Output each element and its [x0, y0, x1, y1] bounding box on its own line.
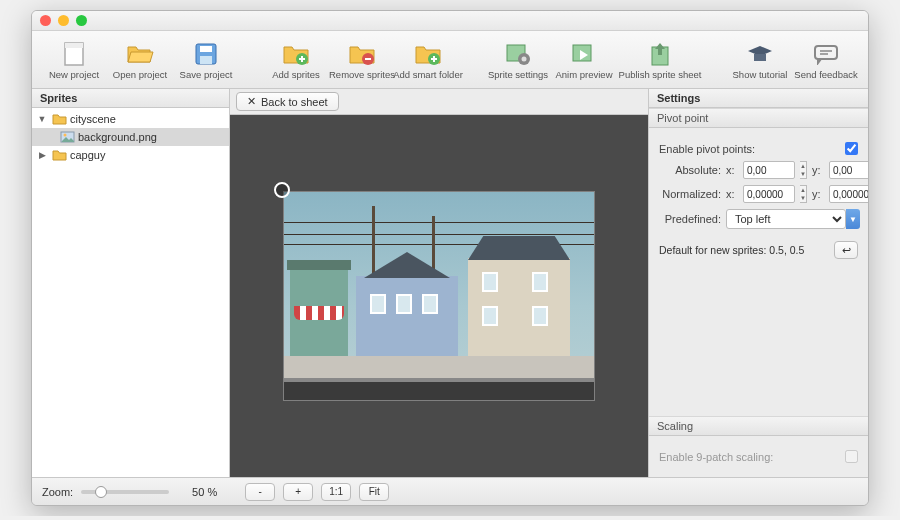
- add-sprites-button[interactable]: Add sprites: [264, 37, 328, 83]
- disclosure-triangle-icon[interactable]: ▶: [36, 150, 48, 160]
- predefined-label: Predefined:: [659, 213, 721, 225]
- tree-item-capguy[interactable]: ▶ capguy: [32, 146, 229, 164]
- add-smart-folder-button[interactable]: Add smart folder: [396, 37, 460, 83]
- smart-folder-icon: [414, 40, 442, 68]
- show-tutorial-label: Show tutorial: [733, 69, 788, 80]
- new-project-button[interactable]: New project: [42, 37, 106, 83]
- svg-rect-1: [65, 43, 83, 48]
- reset-pivot-button[interactable]: ↩: [834, 241, 858, 259]
- tutorial-icon: [746, 40, 774, 68]
- default-pivot-label: Default for new sprites: 0.5, 0.5: [659, 244, 829, 256]
- save-icon: [192, 40, 220, 68]
- status-bar: Zoom: 50 % - + 1:1 Fit: [32, 477, 868, 505]
- x-label: x:: [726, 188, 738, 200]
- sprite-canvas[interactable]: [230, 115, 648, 477]
- reset-icon: ↩: [842, 244, 851, 257]
- disclosure-triangle-icon[interactable]: ▼: [36, 114, 48, 124]
- open-project-label: Open project: [113, 69, 167, 80]
- y-label: y:: [812, 188, 824, 200]
- sprite-settings-icon: [504, 40, 532, 68]
- publish-icon: [646, 40, 674, 68]
- predefined-select[interactable]: Top left: [726, 209, 846, 229]
- minimize-window-button[interactable]: [58, 15, 69, 26]
- remove-sprites-label: Remove sprites: [329, 69, 395, 80]
- add-sprites-label: Add sprites: [272, 69, 320, 80]
- sprites-sidebar: Sprites ▼ cityscene background.png ▶ cap…: [32, 89, 230, 477]
- normalized-label: Normalized:: [659, 188, 721, 200]
- scaling-section-header: Scaling: [649, 416, 868, 436]
- close-x-icon: ✕: [247, 95, 256, 108]
- dropdown-arrow-icon[interactable]: ▼: [846, 209, 860, 229]
- svg-rect-3: [200, 46, 212, 52]
- svg-rect-13: [754, 54, 766, 61]
- send-feedback-label: Send feedback: [794, 69, 857, 80]
- svg-rect-14: [815, 46, 837, 59]
- sprites-panel-title: Sprites: [32, 89, 229, 108]
- pivot-point-marker[interactable]: [274, 182, 290, 198]
- stepper[interactable]: ▲▼: [800, 161, 807, 179]
- remove-sprites-icon: [348, 40, 376, 68]
- feedback-icon: [812, 40, 840, 68]
- svg-rect-4: [200, 56, 212, 64]
- zoom-label: Zoom:: [42, 486, 73, 498]
- canvas-toolbar: ✕ Back to sheet: [230, 89, 648, 115]
- zoom-fit-button[interactable]: Fit: [359, 483, 389, 501]
- folder-icon: [51, 148, 67, 162]
- save-project-label: Save project: [180, 69, 233, 80]
- enable-9patch-checkbox[interactable]: [845, 450, 858, 463]
- close-window-button[interactable]: [40, 15, 51, 26]
- sprite-settings-label: Sprite settings: [488, 69, 548, 80]
- zoom-value: 50 %: [177, 486, 217, 498]
- normalized-x-input[interactable]: [743, 185, 795, 203]
- anim-preview-label: Anim preview: [555, 69, 612, 80]
- zoom-actual-button[interactable]: 1:1: [321, 483, 351, 501]
- absolute-y-input[interactable]: [829, 161, 869, 179]
- canvas-panel: ✕ Back to sheet: [230, 89, 648, 477]
- image-file-icon: [59, 130, 75, 144]
- enable-pivot-label: Enable pivot points:: [659, 143, 840, 155]
- main-toolbar: New project Open project Save project Ad…: [32, 31, 868, 89]
- app-window: New project Open project Save project Ad…: [31, 10, 869, 506]
- open-project-button[interactable]: Open project: [108, 37, 172, 83]
- y-label: y:: [812, 164, 824, 176]
- enable-9patch-label: Enable 9-patch scaling:: [659, 451, 840, 463]
- settings-panel: Settings Pivot point Enable pivot points…: [648, 89, 868, 477]
- back-to-sheet-button[interactable]: ✕ Back to sheet: [236, 92, 339, 111]
- zoom-out-button[interactable]: -: [245, 483, 275, 501]
- sprite-preview-image: [284, 192, 594, 400]
- enable-pivot-checkbox[interactable]: [845, 142, 858, 155]
- absolute-label: Absolute:: [659, 164, 721, 176]
- maximize-window-button[interactable]: [76, 15, 87, 26]
- x-label: x:: [726, 164, 738, 176]
- publish-button[interactable]: Publish sprite sheet: [618, 37, 702, 83]
- anim-preview-button[interactable]: Anim preview: [552, 37, 616, 83]
- folder-open-icon: [126, 40, 154, 68]
- anim-preview-icon: [570, 40, 598, 68]
- zoom-slider[interactable]: [81, 490, 169, 494]
- tree-item-label: background.png: [78, 131, 157, 143]
- back-to-sheet-label: Back to sheet: [261, 96, 328, 108]
- pivot-section-header: Pivot point: [649, 108, 868, 128]
- stepper[interactable]: ▲▼: [800, 185, 807, 203]
- publish-label: Publish sprite sheet: [619, 69, 702, 80]
- send-feedback-button[interactable]: Send feedback: [794, 37, 858, 83]
- settings-panel-title: Settings: [649, 89, 868, 108]
- new-project-label: New project: [49, 69, 99, 80]
- absolute-x-input[interactable]: [743, 161, 795, 179]
- tree-item-cityscene[interactable]: ▼ cityscene: [32, 110, 229, 128]
- add-smart-folder-label: Add smart folder: [393, 69, 463, 80]
- svg-point-10: [522, 56, 527, 61]
- tree-item-label: cityscene: [70, 113, 116, 125]
- slider-thumb[interactable]: [95, 486, 107, 498]
- sprites-tree[interactable]: ▼ cityscene background.png ▶ capguy: [32, 108, 229, 477]
- sprite-settings-button[interactable]: Sprite settings: [486, 37, 550, 83]
- tree-item-background[interactable]: background.png: [32, 128, 229, 146]
- tree-item-label: capguy: [70, 149, 105, 161]
- new-project-icon: [60, 40, 88, 68]
- normalized-y-input[interactable]: [829, 185, 869, 203]
- zoom-in-button[interactable]: +: [283, 483, 313, 501]
- folder-icon: [51, 112, 67, 126]
- remove-sprites-button[interactable]: Remove sprites: [330, 37, 394, 83]
- show-tutorial-button[interactable]: Show tutorial: [728, 37, 792, 83]
- save-project-button[interactable]: Save project: [174, 37, 238, 83]
